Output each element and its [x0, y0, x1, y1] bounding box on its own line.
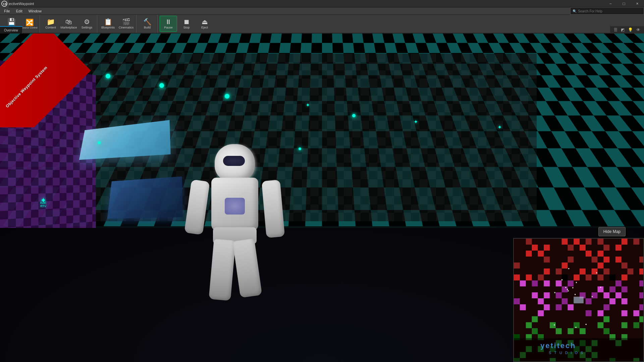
marketplace-icon: 🛍 [65, 18, 72, 25]
eject-button[interactable]: ⏏ Eject [196, 16, 213, 32]
waypoint-cross-2: ✦ [413, 119, 419, 125]
robot-leg-left [209, 239, 235, 301]
cinematics-icon: 🎬 [122, 18, 130, 25]
title-bar-left: UE ObjectiveWaypoint [0, 2, 34, 6]
perspective-button[interactable]: ◩ [620, 27, 626, 32]
pause-icon: ⏸ [165, 18, 172, 25]
viewport-tab-overview[interactable]: Overview [0, 26, 22, 34]
minimap [513, 238, 644, 362]
waypoint-icon-label: EZERTV [40, 201, 46, 208]
cursor-label: Use Cursor [27, 65, 50, 71]
waypoint-dot-1 [106, 74, 110, 78]
menu-edit[interactable]: Edit [13, 8, 25, 14]
toolbar-group-play: ⏸ Pause ⏹ Stop ⏏ Eject [158, 15, 215, 33]
lit-button[interactable]: 💡 [627, 27, 634, 32]
robot-torso [211, 178, 258, 231]
waypoint-dot-4 [352, 114, 356, 117]
minimap-canvas [514, 239, 643, 361]
save-icon: 💾 [7, 18, 16, 25]
source-control-button[interactable]: 🔀 Source Control [21, 16, 38, 32]
content-icon: 📁 [47, 18, 55, 25]
robot-leg-right [232, 238, 262, 298]
robot-character [181, 144, 288, 312]
robot-arm-right [262, 180, 285, 238]
minimize-button[interactable]: − [604, 0, 617, 7]
marketplace-button[interactable]: 🛍 Marketplace [60, 16, 77, 32]
waypoint-dot-5 [98, 141, 101, 144]
tab-bar: Overview [0, 26, 22, 34]
waypoint-cross-3: ✦ [496, 124, 502, 130]
menu-file[interactable]: File [1, 8, 13, 14]
hide-map-button[interactable]: Hide Map [598, 227, 626, 236]
restore-button[interactable]: □ [617, 0, 631, 7]
viewport-controls: ☰ ◩ 💡 👁 [610, 26, 644, 34]
toolbar-group-blueprints: 📋 Blueprints 🎬 Cinematics [98, 15, 137, 33]
menu-window[interactable]: Window [26, 8, 44, 14]
viewport[interactable]: ✦ ✦ ✦ ✦ EZERTV Objective Waypoint System… [0, 34, 644, 362]
source-control-icon: 🔀 [25, 19, 34, 26]
viewport-options-button[interactable]: ☰ [613, 27, 619, 32]
stop-icon: ⏹ [183, 18, 190, 25]
waypoint-cross-1: ✦ [305, 102, 311, 108]
build-button[interactable]: 🔨 Build [139, 16, 156, 32]
waypoint-dot-3 [225, 94, 229, 99]
blueprints-icon: 📋 [104, 18, 112, 25]
robot-arm-left [184, 179, 210, 235]
title-bar-right: − □ × [604, 0, 644, 7]
content-button[interactable]: 📁 Content [42, 16, 59, 32]
waypoint-dot-6 [299, 147, 301, 150]
waypoint-dot-2 [159, 83, 164, 88]
title-bar: UE ObjectiveWaypoint − □ × [0, 0, 644, 7]
cinematics-button[interactable]: 🎬 Cinematics [117, 16, 135, 32]
eject-icon: ⏏ [202, 18, 208, 25]
svg-text:UE: UE [3, 2, 7, 6]
pause-button[interactable]: ⏸ Pause [160, 16, 177, 32]
close-button[interactable]: × [631, 0, 644, 7]
ue-logo: UE [0, 0, 9, 7]
settings-icon: ⚙ [84, 18, 90, 25]
settings-button[interactable]: ⚙ Settings [78, 16, 96, 32]
toolbar: 💾 Save 🔀 Source Control 📁 Content 🛍 Mark… [0, 15, 644, 34]
blueprints-button[interactable]: 📋 Blueprints [99, 16, 117, 32]
platform-dark-blue [107, 176, 183, 219]
build-icon: 🔨 [143, 18, 152, 25]
search-bar[interactable]: 🔍 [570, 7, 644, 15]
search-input[interactable] [578, 9, 642, 13]
show-button[interactable]: 👁 [635, 27, 641, 32]
robot-head [215, 144, 255, 181]
toolbar-group-content: 📁 Content 🛍 Marketplace ⚙ Settings [41, 15, 97, 33]
stop-button[interactable]: ⏹ Stop [178, 16, 195, 32]
toolbar-group-build: 🔨 Build [137, 15, 158, 33]
search-icon: 🔍 [573, 9, 577, 13]
menu-bar: File Edit Window [0, 7, 644, 15]
